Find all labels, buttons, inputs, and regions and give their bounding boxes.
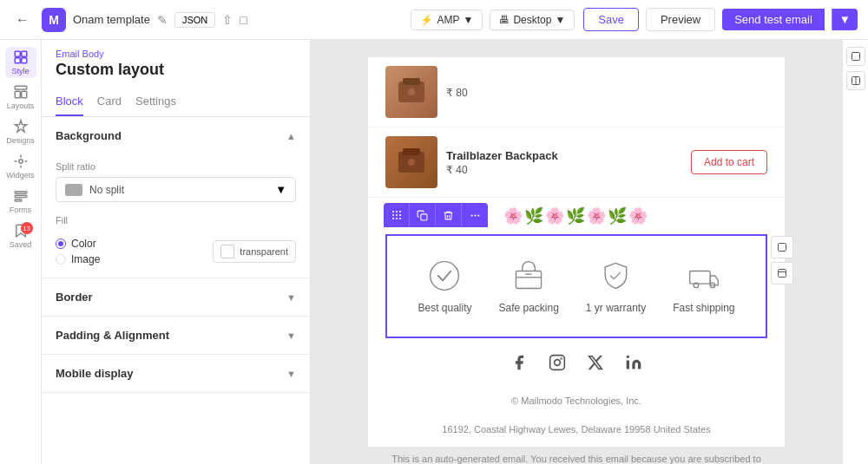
- svg-rect-31: [779, 270, 786, 278]
- split-ratio-select[interactable]: No split ▼: [56, 177, 296, 202]
- share-icon[interactable]: ⇧: [222, 13, 233, 27]
- svg-rect-15: [403, 148, 420, 155]
- svg-point-7: [18, 160, 23, 164]
- preview-toggle-icon[interactable]: □: [240, 13, 247, 27]
- sidebar-saved-label: Saved: [10, 240, 32, 249]
- sidebar-item-widgets[interactable]: Widgets: [5, 151, 36, 182]
- safe-packing-icon: [510, 257, 548, 295]
- svg-point-18: [396, 211, 398, 212]
- feature-safe-packing-label: Safe packing: [498, 302, 558, 316]
- fill-image-option[interactable]: Image: [56, 253, 100, 265]
- color-radio: [56, 239, 66, 249]
- svg-point-41: [555, 359, 561, 365]
- background-section: Background ▲ Split ratio No split ▼ Fill: [42, 117, 310, 278]
- feature-fast-shipping: Fast shipping: [673, 257, 734, 316]
- toolbar-copy-button[interactable]: [410, 203, 436, 227]
- sidebar-item-layouts[interactable]: Layouts: [5, 82, 36, 113]
- border-section-header[interactable]: Border ▼: [42, 278, 310, 316]
- sidebar-item-forms[interactable]: Forms: [5, 186, 36, 217]
- add-to-cart-button-2[interactable]: Add to cart: [691, 150, 767, 174]
- product-info-2: Trailblazer Backpack ₹ 40: [446, 149, 682, 176]
- sidebar-item-saved[interactable]: Saved 13: [5, 220, 36, 252]
- svg-rect-3: [21, 58, 26, 63]
- fill-image-label: Image: [71, 253, 100, 265]
- svg-point-16: [408, 159, 415, 166]
- toolbar-move-button[interactable]: [384, 203, 410, 227]
- desktop-label: Desktop: [513, 14, 551, 26]
- sidebar-item-style[interactable]: Style: [5, 47, 36, 78]
- side-top-button[interactable]: [771, 236, 793, 258]
- svg-point-19: [399, 211, 401, 212]
- svg-point-27: [470, 214, 472, 216]
- border-section: Border ▼: [42, 278, 310, 317]
- amp-label: AMP: [437, 14, 459, 26]
- edit-icon[interactable]: ✎: [157, 13, 168, 27]
- svg-point-20: [392, 214, 394, 216]
- border-section-title: Border: [56, 291, 93, 304]
- product-item-2: Trailblazer Backpack ₹ 40 Add to cart: [368, 127, 785, 198]
- product-info-1: ₹ 80: [446, 85, 767, 99]
- sidebar-item-designs[interactable]: Designs: [5, 116, 36, 147]
- svg-rect-6: [21, 91, 26, 98]
- twitter-x-icon[interactable]: [583, 350, 608, 375]
- split-ratio-label: Split ratio: [56, 161, 296, 172]
- svg-point-28: [474, 214, 476, 216]
- back-button[interactable]: ←: [10, 8, 35, 32]
- tab-block[interactable]: Block: [56, 88, 83, 116]
- fill-options: Color Image: [56, 238, 100, 265]
- background-section-content: Split ratio No split ▼ Fill Color: [42, 154, 310, 278]
- preview-button[interactable]: Preview: [646, 8, 715, 31]
- footer-auto-email: This is an auto-generated email. You rec…: [368, 445, 785, 464]
- panel-breadcrumb[interactable]: Email Body: [42, 40, 310, 61]
- best-quality-icon: [425, 257, 464, 295]
- svg-point-24: [396, 218, 398, 219]
- json-button[interactable]: JSON: [174, 12, 215, 28]
- side-bottom-button[interactable]: [771, 262, 793, 284]
- feature-warranty: 1 yr warranty: [586, 257, 646, 316]
- split-option-text: No split: [89, 184, 275, 196]
- padding-section-header[interactable]: Padding & Alignment ▼: [42, 317, 310, 354]
- sidebar-designs-label: Designs: [6, 136, 35, 145]
- image-radio: [56, 254, 66, 265]
- svg-rect-0: [15, 51, 20, 56]
- feature-best-quality-label: Best quality: [418, 302, 471, 316]
- svg-point-33: [431, 262, 459, 291]
- tab-card[interactable]: Card: [97, 88, 122, 116]
- color-swatch: [220, 245, 234, 258]
- feature-warranty-label: 1 yr warranty: [586, 302, 646, 316]
- svg-point-43: [627, 355, 629, 357]
- properties-panel: Email Body Custom layout Block Card Sett…: [42, 40, 311, 464]
- svg-point-29: [477, 214, 479, 216]
- instagram-icon[interactable]: [545, 350, 569, 375]
- sidebar-widgets-label: Widgets: [6, 171, 35, 180]
- mobile-section-header[interactable]: Mobile display ▼: [42, 355, 310, 392]
- save-button[interactable]: Save: [583, 8, 639, 31]
- facebook-icon[interactable]: [507, 350, 531, 375]
- toolbar-more-button[interactable]: [462, 203, 488, 227]
- toolbar-delete-button[interactable]: [436, 203, 462, 227]
- tab-settings[interactable]: Settings: [135, 88, 176, 116]
- product-name-2: Trailblazer Backpack: [446, 149, 682, 162]
- svg-point-17: [392, 211, 394, 212]
- product-image-1: [385, 66, 437, 118]
- background-section-header[interactable]: Background ▲: [42, 117, 310, 154]
- right-bottom-button[interactable]: [846, 71, 865, 90]
- sidebar-layouts-label: Layouts: [7, 101, 35, 110]
- amp-button[interactable]: ⚡ AMP ▼: [411, 10, 483, 30]
- fill-color-option[interactable]: Color: [56, 238, 100, 250]
- svg-rect-9: [15, 195, 27, 197]
- svg-rect-10: [15, 199, 22, 201]
- svg-rect-8: [15, 192, 27, 193]
- background-section-title: Background: [56, 129, 122, 142]
- linkedin-icon[interactable]: [621, 350, 646, 375]
- color-picker-preview[interactable]: transparent: [213, 240, 296, 263]
- panel-tabs: Block Card Settings: [42, 88, 310, 117]
- padding-chevron-icon: ▼: [286, 330, 296, 341]
- send-test-email-button[interactable]: Send test email: [722, 9, 825, 30]
- svg-point-22: [399, 214, 401, 216]
- send-dropdown-button[interactable]: ▼: [832, 9, 858, 30]
- border-chevron-icon: ▼: [286, 292, 296, 303]
- desktop-button[interactable]: 🖶 Desktop ▼: [490, 10, 575, 30]
- right-top-button[interactable]: [846, 47, 865, 66]
- topbar-center: ⚡ AMP ▼ 🖶 Desktop ▼: [411, 10, 575, 30]
